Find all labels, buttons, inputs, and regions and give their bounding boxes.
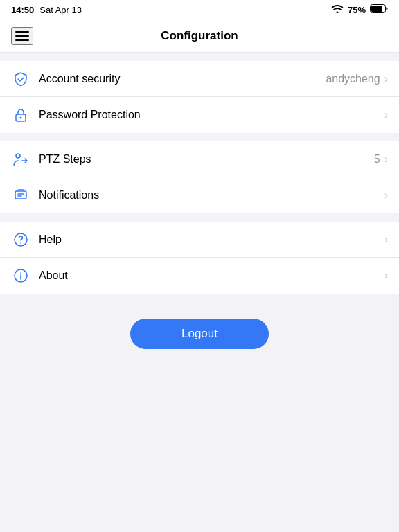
notifications-label: Notifications [39,189,384,202]
svg-point-4 [16,154,20,158]
chevron-right-icon: › [384,189,388,202]
help-label: Help [39,233,384,246]
logout-container: Logout [0,319,399,349]
ptz-steps-value: 5 [374,153,380,166]
about-label: About [39,269,384,282]
status-time: 14:50 [11,5,34,15]
camera-section: PTZ Steps 5 › Notifications › [0,141,399,213]
svg-point-3 [20,117,22,119]
logout-button[interactable]: Logout [130,319,269,349]
status-date: Sat Apr 13 [39,5,82,15]
chevron-right-icon: › [384,73,388,85]
svg-point-10 [20,272,21,274]
password-protection-item[interactable]: Password Protection › [0,97,399,133]
nav-bar: Configuration [0,19,399,53]
help-icon [11,230,30,249]
ptz-icon [11,150,30,169]
battery-percentage: 75% [348,5,366,15]
about-item[interactable]: About › [0,258,399,294]
menu-button[interactable] [11,27,33,45]
svg-rect-1 [371,6,382,12]
shield-icon [11,69,30,89]
status-indicators: 75% [331,3,388,16]
account-security-item[interactable]: Account security andycheng › [0,61,399,97]
account-security-value: andycheng [326,73,380,85]
ptz-steps-item[interactable]: PTZ Steps 5 › [0,141,399,177]
lock-icon [11,105,30,125]
chevron-right-icon: › [384,109,388,121]
notification-icon [11,186,30,205]
password-protection-label: Password Protection [39,109,384,121]
notifications-item[interactable]: Notifications › [0,177,399,213]
support-section: Help › About › [0,222,399,294]
status-bar: 14:50 Sat Apr 13 75% [0,0,399,19]
chevron-right-icon: › [384,153,388,166]
chevron-right-icon: › [384,233,388,246]
account-section: Account security andycheng › Password Pr… [0,61,399,133]
svg-rect-5 [15,191,26,199]
info-icon [11,266,30,285]
battery-icon [370,3,388,16]
chevron-right-icon: › [384,269,388,282]
account-security-label: Account security [39,73,326,85]
svg-point-7 [20,242,21,244]
wifi-icon [331,3,344,16]
page-title: Configuration [161,29,238,43]
help-item[interactable]: Help › [0,222,399,258]
ptz-steps-label: PTZ Steps [39,153,374,166]
